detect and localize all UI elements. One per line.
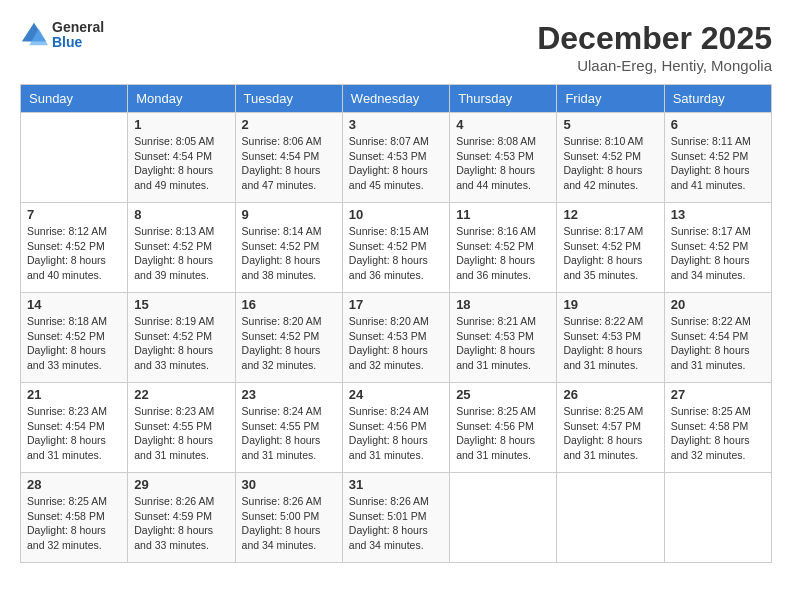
day-info: Sunrise: 8:23 AM Sunset: 4:54 PM Dayligh… bbox=[27, 404, 121, 463]
calendar-cell: 21Sunrise: 8:23 AM Sunset: 4:54 PM Dayli… bbox=[21, 383, 128, 473]
logo-blue: Blue bbox=[52, 35, 104, 50]
day-number: 26 bbox=[563, 387, 657, 402]
day-info: Sunrise: 8:24 AM Sunset: 4:56 PM Dayligh… bbox=[349, 404, 443, 463]
day-number: 1 bbox=[134, 117, 228, 132]
header-day: Wednesday bbox=[342, 85, 449, 113]
day-info: Sunrise: 8:08 AM Sunset: 4:53 PM Dayligh… bbox=[456, 134, 550, 193]
day-number: 2 bbox=[242, 117, 336, 132]
day-number: 5 bbox=[563, 117, 657, 132]
day-number: 14 bbox=[27, 297, 121, 312]
day-info: Sunrise: 8:22 AM Sunset: 4:53 PM Dayligh… bbox=[563, 314, 657, 373]
day-number: 9 bbox=[242, 207, 336, 222]
calendar-cell: 12Sunrise: 8:17 AM Sunset: 4:52 PM Dayli… bbox=[557, 203, 664, 293]
calendar-week: 7Sunrise: 8:12 AM Sunset: 4:52 PM Daylig… bbox=[21, 203, 772, 293]
day-info: Sunrise: 8:17 AM Sunset: 4:52 PM Dayligh… bbox=[671, 224, 765, 283]
day-info: Sunrise: 8:23 AM Sunset: 4:55 PM Dayligh… bbox=[134, 404, 228, 463]
day-number: 18 bbox=[456, 297, 550, 312]
day-number: 29 bbox=[134, 477, 228, 492]
calendar-cell: 18Sunrise: 8:21 AM Sunset: 4:53 PM Dayli… bbox=[450, 293, 557, 383]
logo-text: General Blue bbox=[52, 20, 104, 51]
calendar-cell: 16Sunrise: 8:20 AM Sunset: 4:52 PM Dayli… bbox=[235, 293, 342, 383]
calendar-cell: 11Sunrise: 8:16 AM Sunset: 4:52 PM Dayli… bbox=[450, 203, 557, 293]
day-number: 30 bbox=[242, 477, 336, 492]
calendar-cell: 29Sunrise: 8:26 AM Sunset: 4:59 PM Dayli… bbox=[128, 473, 235, 563]
day-info: Sunrise: 8:26 AM Sunset: 5:01 PM Dayligh… bbox=[349, 494, 443, 553]
day-number: 28 bbox=[27, 477, 121, 492]
day-number: 21 bbox=[27, 387, 121, 402]
day-number: 20 bbox=[671, 297, 765, 312]
calendar-cell bbox=[450, 473, 557, 563]
day-number: 12 bbox=[563, 207, 657, 222]
day-number: 3 bbox=[349, 117, 443, 132]
day-number: 8 bbox=[134, 207, 228, 222]
day-info: Sunrise: 8:22 AM Sunset: 4:54 PM Dayligh… bbox=[671, 314, 765, 373]
calendar-cell: 24Sunrise: 8:24 AM Sunset: 4:56 PM Dayli… bbox=[342, 383, 449, 473]
calendar-cell: 22Sunrise: 8:23 AM Sunset: 4:55 PM Dayli… bbox=[128, 383, 235, 473]
logo-general: General bbox=[52, 20, 104, 35]
calendar-cell: 2Sunrise: 8:06 AM Sunset: 4:54 PM Daylig… bbox=[235, 113, 342, 203]
day-number: 4 bbox=[456, 117, 550, 132]
calendar-week: 1Sunrise: 8:05 AM Sunset: 4:54 PM Daylig… bbox=[21, 113, 772, 203]
calendar-cell: 10Sunrise: 8:15 AM Sunset: 4:52 PM Dayli… bbox=[342, 203, 449, 293]
day-info: Sunrise: 8:17 AM Sunset: 4:52 PM Dayligh… bbox=[563, 224, 657, 283]
day-number: 22 bbox=[134, 387, 228, 402]
day-number: 19 bbox=[563, 297, 657, 312]
calendar-cell: 30Sunrise: 8:26 AM Sunset: 5:00 PM Dayli… bbox=[235, 473, 342, 563]
day-number: 16 bbox=[242, 297, 336, 312]
header-day: Thursday bbox=[450, 85, 557, 113]
day-info: Sunrise: 8:21 AM Sunset: 4:53 PM Dayligh… bbox=[456, 314, 550, 373]
day-info: Sunrise: 8:11 AM Sunset: 4:52 PM Dayligh… bbox=[671, 134, 765, 193]
calendar-week: 28Sunrise: 8:25 AM Sunset: 4:58 PM Dayli… bbox=[21, 473, 772, 563]
day-number: 25 bbox=[456, 387, 550, 402]
day-number: 27 bbox=[671, 387, 765, 402]
header-day: Monday bbox=[128, 85, 235, 113]
calendar-cell: 27Sunrise: 8:25 AM Sunset: 4:58 PM Dayli… bbox=[664, 383, 771, 473]
calendar-cell: 20Sunrise: 8:22 AM Sunset: 4:54 PM Dayli… bbox=[664, 293, 771, 383]
header-day: Sunday bbox=[21, 85, 128, 113]
header-day: Tuesday bbox=[235, 85, 342, 113]
day-number: 11 bbox=[456, 207, 550, 222]
day-info: Sunrise: 8:25 AM Sunset: 4:58 PM Dayligh… bbox=[27, 494, 121, 553]
day-info: Sunrise: 8:15 AM Sunset: 4:52 PM Dayligh… bbox=[349, 224, 443, 283]
header-day: Friday bbox=[557, 85, 664, 113]
day-info: Sunrise: 8:06 AM Sunset: 4:54 PM Dayligh… bbox=[242, 134, 336, 193]
day-number: 13 bbox=[671, 207, 765, 222]
calendar-cell: 19Sunrise: 8:22 AM Sunset: 4:53 PM Dayli… bbox=[557, 293, 664, 383]
calendar-cell: 14Sunrise: 8:18 AM Sunset: 4:52 PM Dayli… bbox=[21, 293, 128, 383]
calendar-cell: 5Sunrise: 8:10 AM Sunset: 4:52 PM Daylig… bbox=[557, 113, 664, 203]
day-number: 15 bbox=[134, 297, 228, 312]
calendar-cell: 23Sunrise: 8:24 AM Sunset: 4:55 PM Dayli… bbox=[235, 383, 342, 473]
calendar-cell: 15Sunrise: 8:19 AM Sunset: 4:52 PM Dayli… bbox=[128, 293, 235, 383]
calendar-cell: 6Sunrise: 8:11 AM Sunset: 4:52 PM Daylig… bbox=[664, 113, 771, 203]
month-title: December 2025 bbox=[537, 20, 772, 57]
day-number: 17 bbox=[349, 297, 443, 312]
calendar-cell: 13Sunrise: 8:17 AM Sunset: 4:52 PM Dayli… bbox=[664, 203, 771, 293]
day-number: 10 bbox=[349, 207, 443, 222]
page-header: General Blue December 2025 Ulaan-Ereg, H… bbox=[20, 20, 772, 74]
calendar-cell: 26Sunrise: 8:25 AM Sunset: 4:57 PM Dayli… bbox=[557, 383, 664, 473]
calendar-week: 21Sunrise: 8:23 AM Sunset: 4:54 PM Dayli… bbox=[21, 383, 772, 473]
location: Ulaan-Ereg, Hentiy, Mongolia bbox=[537, 57, 772, 74]
calendar-cell bbox=[21, 113, 128, 203]
title-block: December 2025 Ulaan-Ereg, Hentiy, Mongol… bbox=[537, 20, 772, 74]
calendar-cell: 17Sunrise: 8:20 AM Sunset: 4:53 PM Dayli… bbox=[342, 293, 449, 383]
day-info: Sunrise: 8:19 AM Sunset: 4:52 PM Dayligh… bbox=[134, 314, 228, 373]
calendar-cell: 1Sunrise: 8:05 AM Sunset: 4:54 PM Daylig… bbox=[128, 113, 235, 203]
calendar-cell: 7Sunrise: 8:12 AM Sunset: 4:52 PM Daylig… bbox=[21, 203, 128, 293]
day-info: Sunrise: 8:07 AM Sunset: 4:53 PM Dayligh… bbox=[349, 134, 443, 193]
day-info: Sunrise: 8:25 AM Sunset: 4:56 PM Dayligh… bbox=[456, 404, 550, 463]
calendar-cell bbox=[664, 473, 771, 563]
day-info: Sunrise: 8:14 AM Sunset: 4:52 PM Dayligh… bbox=[242, 224, 336, 283]
day-info: Sunrise: 8:18 AM Sunset: 4:52 PM Dayligh… bbox=[27, 314, 121, 373]
calendar-cell: 31Sunrise: 8:26 AM Sunset: 5:01 PM Dayli… bbox=[342, 473, 449, 563]
day-info: Sunrise: 8:25 AM Sunset: 4:57 PM Dayligh… bbox=[563, 404, 657, 463]
day-number: 31 bbox=[349, 477, 443, 492]
calendar-cell: 25Sunrise: 8:25 AM Sunset: 4:56 PM Dayli… bbox=[450, 383, 557, 473]
day-number: 7 bbox=[27, 207, 121, 222]
day-info: Sunrise: 8:05 AM Sunset: 4:54 PM Dayligh… bbox=[134, 134, 228, 193]
calendar-cell: 28Sunrise: 8:25 AM Sunset: 4:58 PM Dayli… bbox=[21, 473, 128, 563]
logo-icon bbox=[20, 21, 48, 49]
logo: General Blue bbox=[20, 20, 104, 51]
day-info: Sunrise: 8:26 AM Sunset: 5:00 PM Dayligh… bbox=[242, 494, 336, 553]
day-info: Sunrise: 8:20 AM Sunset: 4:52 PM Dayligh… bbox=[242, 314, 336, 373]
